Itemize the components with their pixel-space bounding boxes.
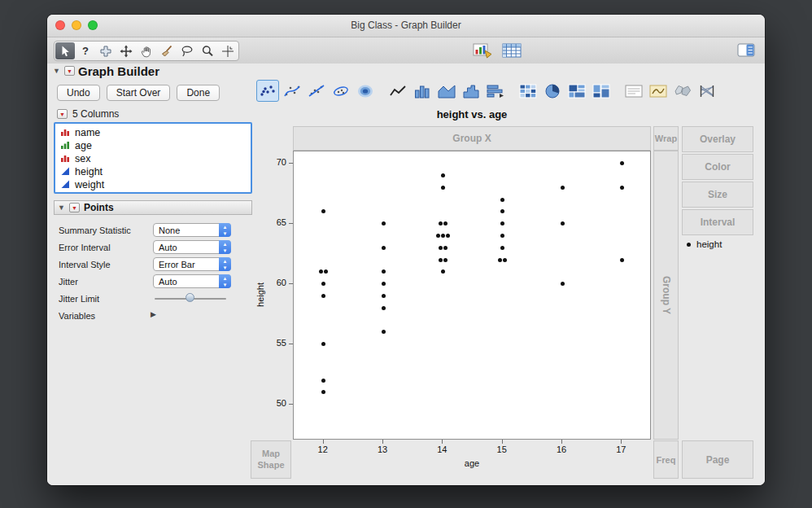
palette-treemap-icon[interactable] (565, 80, 588, 102)
column-item[interactable]: sex (55, 152, 251, 165)
palette-box-plot-icon[interactable] (484, 80, 507, 102)
data-point[interactable] (498, 258, 502, 262)
report-disclosure-icon[interactable]: ▼ (53, 67, 60, 75)
jitter-popup[interactable]: Auto▲▼ (153, 274, 231, 288)
data-point[interactable] (436, 234, 440, 238)
data-point[interactable] (382, 330, 386, 334)
zoom-button[interactable] (88, 20, 98, 30)
data-point[interactable] (561, 221, 565, 226)
drop-zone-color[interactable]: Color (682, 154, 753, 180)
data-point[interactable] (441, 234, 445, 238)
brush-tool[interactable] (157, 42, 177, 59)
points-red-triangle-icon[interactable]: ▼ (69, 203, 80, 212)
palette-map-shapes-icon[interactable] (671, 80, 694, 102)
palette-area-icon[interactable] (435, 80, 458, 102)
grabber-tool[interactable] (137, 42, 156, 59)
drop-zone-size[interactable]: Size (682, 182, 753, 208)
fat-cross-tool[interactable] (96, 42, 116, 59)
data-point[interactable] (321, 209, 325, 213)
data-point[interactable] (561, 282, 565, 286)
palette-heatmap-icon[interactable] (517, 80, 539, 102)
jitter-limit-slider-thumb[interactable] (186, 293, 194, 302)
drop-zone-overlay[interactable]: Overlay (682, 126, 753, 152)
zoom-tool[interactable] (198, 42, 217, 59)
data-point[interactable] (439, 246, 443, 250)
data-point[interactable] (382, 246, 386, 250)
palette-ellipse-icon[interactable] (330, 80, 352, 102)
data-point[interactable] (443, 221, 447, 226)
data-point[interactable] (561, 186, 565, 190)
data-point[interactable] (503, 258, 507, 262)
column-item[interactable]: age (55, 139, 251, 152)
minimize-button[interactable] (72, 20, 81, 30)
data-point[interactable] (443, 258, 447, 262)
graph-script-icon[interactable] (473, 42, 492, 62)
error-interval-popup[interactable]: Auto▲▼ (153, 240, 231, 254)
variables-disclosure-icon[interactable]: ▶ (151, 310, 156, 318)
data-point[interactable] (324, 269, 328, 274)
legend-item[interactable]: height (687, 239, 722, 249)
data-point[interactable] (500, 234, 504, 238)
palette-histogram-icon[interactable] (460, 80, 482, 102)
data-point[interactable] (500, 221, 504, 226)
done-button[interactable]: Done (177, 85, 220, 101)
column-item[interactable]: height (55, 165, 251, 178)
titlebar[interactable]: Big Class - Graph Builder (47, 15, 765, 37)
data-point[interactable] (321, 379, 325, 383)
data-point[interactable] (500, 209, 504, 213)
palette-caption-box-icon[interactable] (622, 80, 645, 102)
data-point[interactable] (382, 294, 386, 298)
graph-builder-red-triangle-icon[interactable]: ▼ (64, 66, 75, 76)
columns-list[interactable]: nameagesexheightweight (54, 122, 252, 194)
arrow-tool[interactable] (55, 42, 75, 59)
drop-zone-page[interactable]: Page (682, 440, 753, 479)
drop-zone-group-y[interactable]: Group Y (653, 151, 679, 440)
palette-line-icon[interactable] (386, 80, 409, 102)
plot-area[interactable] (293, 151, 651, 440)
data-point[interactable] (439, 221, 443, 226)
data-point[interactable] (382, 306, 386, 310)
undo-button[interactable]: Undo (57, 85, 100, 101)
drop-zone-freq[interactable]: Freq (653, 440, 679, 479)
palette-parallel-plot-icon[interactable] (696, 80, 718, 102)
data-point[interactable] (319, 269, 323, 274)
lasso-tool[interactable] (177, 42, 197, 59)
data-point[interactable] (441, 173, 445, 177)
data-point[interactable] (321, 282, 325, 286)
data-point[interactable] (620, 258, 624, 262)
move-tool[interactable] (116, 42, 136, 59)
data-point[interactable] (382, 221, 386, 226)
data-table-icon[interactable] (502, 43, 522, 61)
drop-zone-map-shape[interactable]: Map Shape (251, 440, 291, 479)
summary-statistic-popup[interactable]: None▲▼ (153, 223, 231, 237)
points-disclosure-icon[interactable]: ▼ (58, 204, 65, 212)
palette-smoother-icon[interactable] (281, 80, 303, 102)
columns-red-triangle-icon[interactable]: ▼ (57, 109, 68, 119)
help-tool[interactable]: ? (76, 42, 95, 59)
drop-zone-interval[interactable]: Interval (682, 209, 753, 235)
data-point[interactable] (439, 258, 443, 262)
data-point[interactable] (443, 246, 447, 250)
palette-points-icon[interactable] (256, 80, 279, 102)
data-point[interactable] (382, 282, 386, 286)
palette-formula-icon[interactable] (647, 80, 670, 102)
palette-line-of-fit-icon[interactable] (305, 80, 328, 102)
palette-bar-icon[interactable] (411, 80, 434, 102)
drop-zone-group-x[interactable]: Group X (293, 126, 651, 151)
data-point[interactable] (321, 342, 325, 346)
data-point[interactable] (321, 390, 325, 394)
data-point[interactable] (500, 198, 504, 202)
side-panel-icon[interactable] (737, 46, 755, 59)
interval-style-popup[interactable]: Error Bar▲▼ (153, 257, 231, 271)
drop-zone-wrap[interactable]: Wrap (653, 126, 679, 151)
close-button[interactable] (55, 20, 65, 30)
start-over-button[interactable]: Start Over (107, 85, 171, 101)
data-point[interactable] (441, 186, 445, 190)
column-item[interactable]: weight (55, 178, 251, 191)
palette-mosaic-icon[interactable] (590, 80, 613, 102)
crosshair-tool[interactable] (218, 42, 238, 59)
data-point[interactable] (500, 246, 504, 250)
palette-pie-icon[interactable] (541, 80, 564, 102)
column-item[interactable]: name (55, 126, 251, 139)
data-point[interactable] (446, 234, 450, 238)
